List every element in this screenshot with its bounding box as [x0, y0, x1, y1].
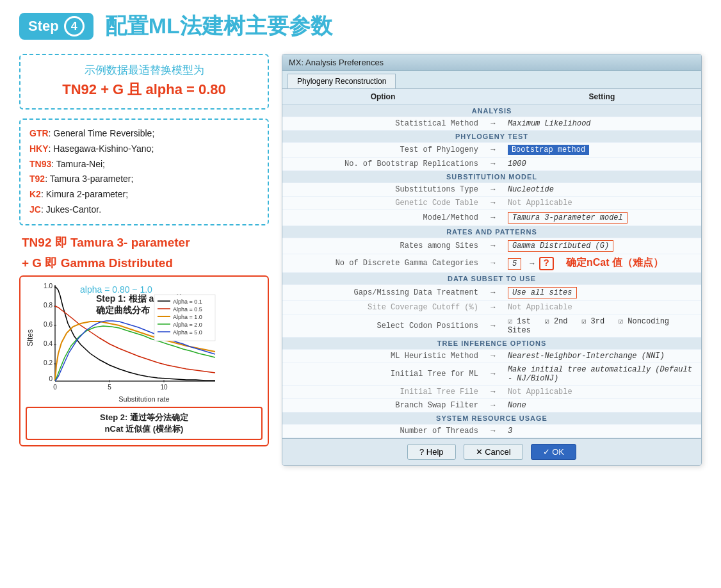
help-button[interactable]: ? Help [407, 444, 456, 460]
row-site-coverage-cutoff: Site Coverage Cutoff (%) → Not Applicabl… [282, 301, 701, 314]
svg-text:0.2: 0.2 [44, 359, 53, 366]
section-phylogeny-test: PHYLOGENY TEST [282, 131, 701, 143]
tn92-desc-line2: + G 即 Gamma Distributed [22, 255, 269, 272]
tab-phylogeny[interactable]: Phylogeny Reconstruction [288, 74, 396, 88]
section-tree-inference: TREE INFERENCE OPTIONS [282, 338, 701, 350]
page-title: 配置ML法建树主要参数 [105, 12, 332, 41]
tn92-desc-line1: TN92 即 Tamura 3- parameter [22, 234, 269, 251]
row-substitutions-type: Substitutions Type → Nucleotide [282, 183, 701, 197]
row-gaps-missing[interactable]: Gaps/Missing Data Treatment → Use all si… [282, 285, 701, 301]
dialog-panel: MX: Analysis Preferences Phylogeny Recon… [282, 54, 702, 466]
terms-box: GTR: General Time Reversible; HKY: Haseg… [19, 118, 269, 225]
model-box-value: TN92 + G 且 alpha = 0.80 [31, 80, 257, 99]
row-rates-among-sites[interactable]: Rates among Sites → Gamma Distributed (G… [282, 238, 701, 254]
svg-text:Alpha = 0.5: Alpha = 0.5 [173, 306, 202, 313]
term-hky: HKY: Hasegawa-Kishino-Yano; [29, 142, 259, 157]
y-axis-label: Sites [26, 329, 35, 347]
svg-text:0.6: 0.6 [44, 321, 53, 328]
section-analysis: ANALYSIS [282, 105, 701, 117]
row-statistical-method: Statistical Method → Maximum Likelihood [282, 117, 701, 131]
section-system-resource: SYSTEM RESOURCE USAGE [282, 412, 701, 425]
term-gtr: GTR: General Time Reversible; [29, 126, 259, 142]
chart-area: alpha = 0.80 ~ 1.0 Step 1: 根据 alpha 值 确定… [19, 275, 269, 446]
ncat-annotation: 确定nCat 值（难点） [566, 257, 663, 268]
section-rates-patterns: RATES AND PATTERNS [282, 226, 701, 238]
step-label: Step [28, 18, 59, 35]
x-axis-label: Substitution rate [26, 395, 263, 403]
svg-text:Alpha = 0.1: Alpha = 0.1 [173, 298, 202, 305]
dialog-footer: ? Help ✕ Cancel ✓ OK [282, 438, 701, 465]
row-test-of-phylogeny[interactable]: Test of Phylogeny → Bootstrap method [282, 143, 701, 158]
dialog-tabs: Phylogeny Reconstruction [282, 71, 701, 89]
qmark-box: ? [539, 257, 554, 270]
svg-text:Alpha = 1.0: Alpha = 1.0 [173, 314, 202, 320]
row-model-method[interactable]: Model/Method → Tamura 3-parameter model [282, 210, 701, 226]
row-threads: Number of Threads → 3 [282, 425, 701, 438]
svg-text:10: 10 [160, 384, 168, 391]
row-genetic-code-table: Genetic Code Table → Not Applicable [282, 197, 701, 210]
row-branch-swap: Branch Swap Filter → None [282, 399, 701, 412]
row-initial-tree-file: Initial Tree File → Not Applicable [282, 386, 701, 399]
svg-text:0: 0 [49, 375, 53, 382]
term-jc: JC: Jukes-Cantor. [29, 202, 259, 218]
step-number: 4 [64, 16, 85, 37]
svg-text:5: 5 [108, 384, 111, 391]
cancel-button[interactable]: ✕ Cancel [464, 444, 523, 460]
term-k2: K2: Kimura 2-parameter; [29, 187, 259, 202]
svg-text:1.0: 1.0 [44, 282, 53, 290]
term-t92: T92: Tamura 3-parameter; [29, 172, 259, 187]
dialog-titlebar: MX: Analysis Preferences [282, 54, 701, 71]
row-ml-heuristic: ML Heuristic Method → Nearest-Neighbor-I… [282, 350, 701, 363]
svg-text:0.8: 0.8 [44, 302, 53, 309]
left-panel: 示例数据最适替换模型为 TN92 + G 且 alpha = 0.80 GTR:… [19, 54, 269, 466]
dialog-window: MX: Analysis Preferences Phylogeny Recon… [282, 54, 702, 466]
svg-text:0.4: 0.4 [44, 340, 53, 347]
section-data-subset: DATA SUBSET TO USE [282, 273, 701, 285]
page-header: Step 4 配置ML法建树主要参数 [0, 0, 721, 47]
svg-text:Alpha = 5.0: Alpha = 5.0 [173, 329, 202, 336]
gamma-chart: 1.0 0.8 0.6 0.4 0.2 0 0 5 10 [36, 282, 218, 394]
row-codon-positions: Select Codon Positions → ☑ 1st ☑ 2nd ☑ 3… [282, 314, 701, 338]
row-bootstrap-reps: No. of Bootstrap Replications → 1000 [282, 158, 701, 171]
model-box: 示例数据最适替换模型为 TN92 + G 且 alpha = 0.80 [19, 54, 269, 110]
model-box-title: 示例数据最适替换模型为 [31, 63, 257, 78]
col-setting: Setting [503, 89, 701, 105]
step-badge: Step 4 [19, 13, 93, 40]
step2-box: Step 2: 通过等分法确定 nCat 近似值 (横坐标) [26, 407, 263, 440]
col-option: Option [282, 89, 483, 105]
svg-text:0: 0 [53, 384, 57, 391]
section-substitution-model: SUBSTITUTION MODEL [282, 171, 701, 183]
row-discrete-gamma-categories[interactable]: No of Discrete Gamma Categories → 5 → ? … [282, 254, 701, 273]
svg-text:Alpha = 2.0: Alpha = 2.0 [173, 322, 202, 328]
main-content: 示例数据最适替换模型为 TN92 + G 且 alpha = 0.80 GTR:… [0, 47, 721, 472]
row-initial-tree: Initial Tree for ML → Make initial tree … [282, 363, 701, 386]
preferences-table: Option Setting ANALYSIS Statistical Meth… [282, 89, 701, 438]
term-tn93: TN93: Tamura-Nei; [29, 157, 259, 172]
ok-button[interactable]: ✓ OK [531, 444, 576, 460]
